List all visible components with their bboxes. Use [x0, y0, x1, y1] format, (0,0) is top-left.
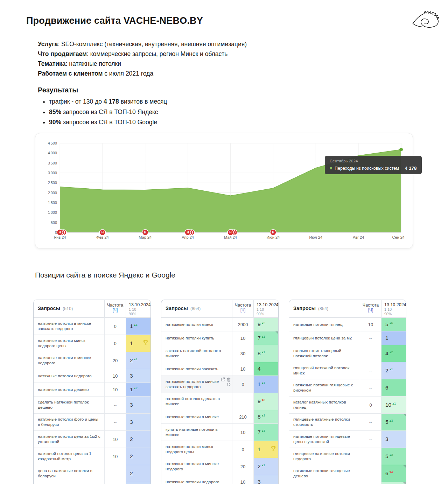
query-cell: глянцевый натяжной потолок минск	[289, 362, 360, 379]
position-change: ▴2	[390, 350, 393, 354]
y-tick-label: 500	[51, 220, 57, 225]
table-row[interactable]: глянцевые натяжные потолки недорого -- 5…	[289, 448, 406, 465]
x-tick-label: Июл 24	[309, 235, 322, 239]
table-row[interactable]: купить натяжные потолки в минске 10 7▴1	[161, 423, 278, 441]
queries-header-label: Запросы	[293, 306, 316, 311]
frequency-unit-link[interactable]: [Ч]	[240, 308, 246, 313]
position-change: ▴1	[262, 463, 265, 467]
query-cell: натяжные потолки минск недорого цены	[161, 441, 232, 458]
table-row[interactable]: натяжные потолки минск недорого цены 0 1	[34, 335, 150, 352]
position-cell: 5▴3	[382, 448, 406, 465]
frequency-cell: --	[232, 393, 254, 410]
frequency-cell: --	[104, 482, 126, 484]
traffic-area-chart: 05001 0001 5002 0002 5003 0003 5004 0004…	[35, 133, 413, 249]
position-change: ▴1	[262, 381, 265, 385]
date-header[interactable]: 13.10.20241-1090%	[254, 300, 278, 317]
table-row[interactable]: натяжные потолки минск недорого цены 0 1	[161, 441, 278, 458]
date-header[interactable]: 13.10.20241-1090%	[126, 300, 150, 317]
query-cell: натяжные потолки недорого	[34, 369, 104, 383]
table-row[interactable]: глянцевый потолок цена за м2 -- 1	[289, 331, 406, 345]
frequency-cell: --	[360, 362, 382, 379]
position-cell: 4▴2	[382, 345, 406, 362]
position-change: ▴1	[262, 335, 265, 338]
table-row[interactable]: натяжные потолки в минске недорого 20 2▴…	[34, 352, 150, 369]
results-heading: Результаты	[38, 86, 78, 94]
frequency-cell: 10	[232, 362, 254, 376]
query-cell: натяжные потолки глянец	[289, 318, 360, 331]
frequency-unit-link[interactable]: [Ч]	[368, 308, 373, 313]
result-item-google: 90% запросов из СЯ в ТОП-10 Google	[49, 117, 167, 128]
table-row[interactable]: натяжные потолки фото и цены в беларуси …	[34, 413, 150, 430]
delete-icon[interactable]	[226, 377, 231, 382]
table-row[interactable]: потолок натяжной цена за м2 с работой --…	[34, 482, 150, 484]
frequency-unit-link[interactable]: [Ч]	[113, 308, 118, 313]
query-cell: натяжные потолки заказать	[161, 362, 232, 376]
table-row[interactable]: натяжные потолки в минске 210 8▴1	[161, 410, 278, 423]
table-row[interactable]: натяжные потолки купить 10 7▴1	[161, 331, 278, 345]
table-row[interactable]: натяжные потолки минск 2900 9▴2	[161, 317, 278, 331]
open-url-icon[interactable]	[220, 377, 225, 382]
table-row[interactable]: натяжные потолки в минске недорого 20 2▴…	[161, 458, 278, 475]
refresh-icon[interactable]	[226, 382, 231, 387]
table-row[interactable]: натяжные потолки в минске заказать недор…	[34, 317, 150, 335]
table-row[interactable]: натяжные потолки глянец 10 5▴6	[289, 317, 406, 331]
query-cell: натяжные потолки купить	[161, 331, 232, 345]
traffic-chart-card: 05001 0001 5002 0002 5003 0003 5004 0004…	[35, 133, 413, 248]
table-row[interactable]: заказать натяжной потолок в минске 30 8▴…	[161, 345, 278, 362]
table-row[interactable]: глянцевый натяжной потолок минск -- 2▴1	[289, 362, 406, 379]
info-line-what: Что продвигаем: коммерческие запросы, ре…	[38, 49, 247, 59]
note-corner	[403, 414, 406, 416]
frequency-cell: --	[360, 482, 382, 484]
table-row[interactable]: натяжные потолки заказать 10 4	[161, 362, 278, 376]
table-row[interactable]: натяжные потолки глянцевые дешево -- 6▾4	[289, 465, 406, 482]
table-row[interactable]: натяжные потолки недорого 10 3	[34, 369, 150, 383]
hedgehog-logo	[409, 6, 442, 31]
query-cell: глянцевые натяжные потолки стоимость	[289, 414, 360, 430]
frequency-header: Частота[Ч]	[104, 300, 126, 317]
table-row[interactable]: натяжные потолки недорого 10 3	[161, 475, 278, 484]
position-cell: 1	[382, 331, 406, 345]
table-row[interactable]: каталог натяжных потолков глянец 0 10▴1	[289, 396, 406, 413]
x-tick-label: Июн 24	[267, 235, 280, 239]
position-cell: 5▴3	[382, 414, 406, 430]
position-cell: 8▴1	[254, 410, 278, 423]
table-row[interactable]: натяжной потолок цена за 1 квадратный ме…	[34, 448, 150, 465]
metrika-note-letter: Н	[144, 231, 147, 234]
table-row[interactable]: натяжные потолки в минске заказать недор…	[161, 376, 278, 393]
chart-tooltip: Сентябрь 2024 Переходы из поисковых сист…	[325, 156, 422, 174]
query-cell: купить натяжные потолки в минске	[161, 424, 232, 441]
query-cell: натяжные потолки в минске	[161, 410, 232, 423]
table-row[interactable]: цена на натяжные потолки в беларуси -- 2	[34, 465, 150, 482]
table-row[interactable]: натяжные потолки глянцевые с рисунком --…	[289, 379, 406, 396]
project-info: Услуга: SEO-комплекс (техническая, внутр…	[38, 39, 247, 78]
date-subrange: 1-1090%	[129, 307, 150, 316]
position-cell: 1	[254, 441, 278, 458]
table-row[interactable]: натяжные потолки глянцевые цены с устано…	[289, 430, 406, 448]
frequency-cell: --	[360, 448, 382, 465]
y-tick-label: 4 500	[48, 141, 57, 145]
frequency-cell: 0	[360, 397, 382, 413]
query-cell: натяжные потолки недорого	[161, 475, 232, 484]
trophy-icon	[270, 446, 276, 453]
table-row[interactable]: натяжной потолок сделать в минске -- 9▾3	[161, 393, 278, 410]
table-row[interactable]: натяжные потолки цена за 1м2 с установко…	[34, 430, 150, 448]
table-row[interactable]: глянцевые натяжные потолки стоимость -- …	[289, 413, 406, 430]
query-cell: натяжные потолки минск недорого цены	[34, 335, 104, 352]
note-corner	[403, 482, 406, 484]
metrika-note-letter: Н	[187, 231, 189, 234]
query-cell: натяжной потолок сделать в минске	[161, 393, 232, 410]
queries-header-label: Запросы	[38, 306, 60, 311]
position-change: ▴1	[390, 367, 393, 371]
date-header[interactable]: 13.10.20241-1090%	[382, 300, 406, 317]
frequency-cell: --	[360, 379, 382, 396]
table-row[interactable]: простой глянцевый натяжной потолок -- 9▾…	[289, 482, 406, 484]
table-row[interactable]: сделать натяжной потолок дешево -- 3	[34, 396, 150, 413]
table-row[interactable]: сколько стоит глянцевый натяжной потолок…	[289, 345, 406, 362]
position-cell: 2▴1	[254, 458, 278, 475]
position-change: ▴6	[390, 321, 393, 325]
position-cell: 3	[126, 397, 150, 413]
table-row[interactable]: натяжные потолки дешево 10 1▴2	[34, 383, 150, 396]
x-tick-label: Фев 24	[96, 235, 109, 239]
query-cell: натяжные потолки минск	[161, 318, 232, 331]
x-tick-label: Янв 24	[54, 235, 66, 239]
